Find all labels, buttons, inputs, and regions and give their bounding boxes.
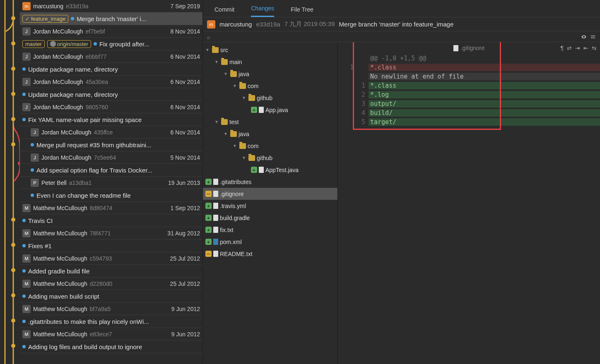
commit-hash: e33d19a [256,21,280,28]
commit-date: 9 Jun 2012 [171,306,200,312]
commit-message-row[interactable]: Adding log files and build output to ign… [20,340,202,353]
commit-row[interactable]: J Jordan McCullough 7c5ee64 5 Nov 2014 [20,151,202,164]
commit-list[interactable]: m marcustung e33d19a 7 Sep 2019✓feature_… [20,0,202,364]
commit-message-row[interactable]: Even I can change the readme file [20,189,202,202]
commit-message: Adding maven build script [28,293,99,300]
commit-hash: 45a30ea [86,79,108,85]
tab-file-tree[interactable]: File Tree [291,2,313,17]
commit-hash: 78f4771 [90,230,111,237]
tree-file[interactable]: + App.java [203,104,337,116]
tree-file[interactable]: ··· README.txt [203,248,337,260]
gutter-new: 3 [358,100,369,108]
tree-file[interactable]: ··· .gitignore [203,188,337,200]
folder-icon [221,59,228,65]
branch-tag[interactable]: master [22,40,45,48]
tree-folder[interactable]: ▼ main [203,56,337,68]
gutter-new: 2 [358,91,369,98]
toolbar-whitespace-icon[interactable]: ¶ [560,45,564,51]
commit-message-row[interactable]: Merge pull request #35 from githubtraini… [20,139,202,151]
toolbar-outdent-icon[interactable]: ⇤ [583,45,588,51]
commit-author: Jordan McCullough [33,53,83,60]
toolbar-wrap-icon[interactable]: ⇄ [567,45,572,51]
remote-branch-tag[interactable]: origin/master [47,40,91,48]
commit-message-row[interactable]: ✓feature_image Merge branch 'master' i..… [20,12,202,25]
commit-row[interactable]: J Jordan McCullough ebbbf77 6 Nov 2014 [20,50,202,63]
status-mod-icon: ··· [205,191,212,197]
branch-tag[interactable]: ✓feature_image [22,15,68,23]
commit-author: marcustung [219,21,252,28]
commit-message-row[interactable]: Add special option flag for Travis Docke… [20,164,202,177]
unread-dot-icon [22,118,26,121]
tree-file[interactable]: + pom.xml [203,236,337,248]
tree-file[interactable]: + .gitattributes [203,176,337,188]
list-icon[interactable] [590,34,596,40]
tree-file[interactable]: + AppTest.java [203,164,337,176]
commit-message: Update package name, directory [28,66,118,73]
commit-message-row[interactable]: Update package name, directory [20,88,202,101]
toolbar-indent-icon[interactable]: ⇥ [575,45,580,51]
tree-folder[interactable]: ▼ github [203,92,337,104]
toolbar-swap-icon[interactable]: ⇆ [592,45,597,51]
avatar: J [31,153,39,162]
avatar: m [207,20,215,29]
commit-message-row[interactable]: .gitattributes to make this play nicely … [20,315,202,328]
file-icon [213,251,218,257]
tree-file[interactable]: + .travis.yml [203,200,337,212]
commit-row[interactable]: M Matthew McCullough 8d80474 1 Sep 2012 [20,202,202,214]
tree-label: test [229,119,239,125]
tree-file[interactable]: + fix.txt [203,224,337,236]
commit-row[interactable]: m marcustung e33d19a 7 Sep 2019 [20,0,202,12]
tree-label: AppTest.java [265,167,299,173]
diff-body[interactable]: @@ -1,0 +1,5 @@1 *.class No newline at e… [338,54,600,127]
commit-author: Matthew McCullough [33,205,87,211]
tree-folder[interactable]: ▼ github [203,152,337,164]
tree-folder[interactable]: ▼ src [203,44,337,56]
unread-dot-icon [22,320,26,323]
commit-message-row[interactable]: Adding maven build script [20,290,202,303]
eye-icon[interactable] [581,34,587,40]
tree-folder[interactable]: ▼ java [203,128,337,140]
tree-label: .travis.yml [220,203,246,209]
commit-row[interactable]: J Jordan McCullough ef7bebf 8 Nov 2014 [20,25,202,38]
commit-row[interactable]: M Matthew McCullough bf7a9a5 9 Jun 2012 [20,303,202,315]
tabs: Commit Changes File Tree [203,0,600,17]
status-add-icon: + [251,167,257,173]
commit-date: 25 Jul 2012 [170,280,200,287]
file-tree[interactable]: ▼ src▼ main▼ java▼ com▼ github+ App.java… [203,42,338,364]
commit-row[interactable]: P Peter Bell a13dba1 19 Jun 2013 [20,177,202,189]
tree-file[interactable]: + build.gradle [203,212,337,224]
commit-row[interactable]: M Matthew McCullough 78f4771 31 Aug 2012 [20,227,202,239]
commit-message-row[interactable]: Added gradle build file [20,265,202,278]
tree-folder[interactable]: ▼ test [203,116,337,128]
tree-label: main [229,59,242,65]
commit-message-row[interactable]: masterorigin/master Fix groupId after... [20,38,202,50]
commit-message-row[interactable]: Fix YAML name-value pair missing space [20,113,202,126]
commit-date: 6 Nov 2014 [170,53,200,60]
tab-commit[interactable]: Commit [214,2,234,17]
tree-folder[interactable]: ▼ com [203,80,337,92]
commit-row[interactable]: M Matthew McCullough e83ece7 9 Jun 2012 [20,328,202,340]
detail-panel: Commit Changes File Tree m marcustung e3… [203,0,600,364]
unread-dot-icon [22,345,26,348]
commit-row[interactable]: J Jordan McCullough 9805760 6 Nov 2014 [20,101,202,113]
commit-message: Update package name, directory [28,91,118,98]
commit-author: Jordan McCullough [41,129,92,136]
tab-changes[interactable]: Changes [251,1,274,17]
commit-row[interactable]: J Jordan McCullough 435ffce 6 Nov 2014 [20,126,202,139]
commit-row[interactable]: J Jordan McCullough 45a30ea 6 Nov 2014 [20,76,202,88]
commit-row[interactable]: M Matthew McCullough d2280d0 25 Jul 2012 [20,278,202,290]
commit-message-row[interactable]: Travis CI [20,214,202,227]
tree-folder[interactable]: ▼ com [203,140,337,152]
folder-icon [221,119,228,125]
folder-icon [212,47,219,53]
tree-folder[interactable]: ▼ java [203,68,337,80]
commit-message-row[interactable]: Fixes #1 [20,239,202,252]
commit-message-row[interactable]: Update package name, directory [20,63,202,76]
file-filter-input[interactable] [214,34,578,40]
diff-code: *.log [369,91,600,98]
tree-label: com [248,143,258,149]
avatar: P [31,179,39,187]
commit-author: Matthew McCullough [33,331,87,338]
commit-row[interactable]: M Matthew McCullough c594793 25 Jul 2012 [20,252,202,265]
tree-label: .gitattributes [220,179,251,185]
